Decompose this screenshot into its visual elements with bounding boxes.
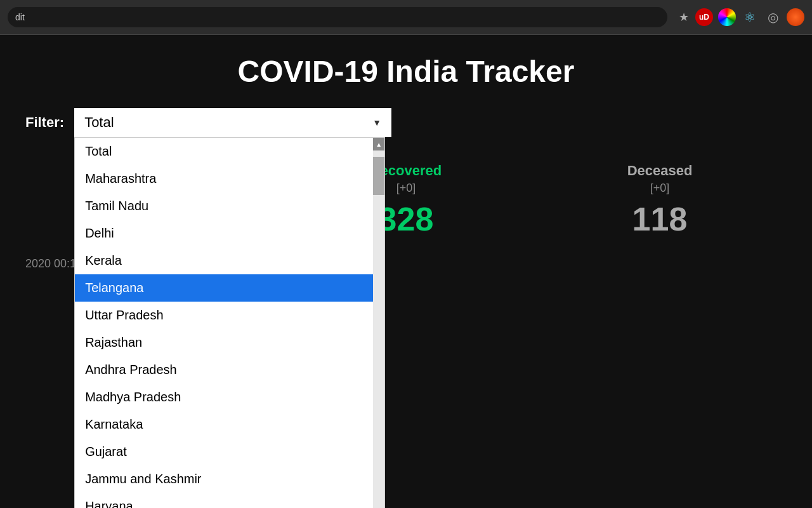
address-bar[interactable]: dit [8,7,667,27]
filter-select[interactable]: Total ▼ [74,108,391,137]
filter-select-wrapper: Total ▼ Total Maharashtra Tamil Nadu Del… [74,108,391,137]
list-item[interactable]: Jammu and Kashmir [75,465,373,493]
list-item[interactable]: Total [75,138,373,165]
list-item[interactable]: Kerala [75,247,373,274]
app-container: COVID-19 India Tracker Filter: Total ▼ T… [0,35,812,508]
extension-target[interactable]: ◎ [764,8,782,26]
app-title: COVID-19 India Tracker [0,54,812,89]
address-bar-text: dit [15,12,25,22]
app-header: COVID-19 India Tracker [0,35,812,102]
list-item[interactable]: Madhya Pradesh [75,384,373,411]
list-item[interactable]: Rajasthan [75,329,373,356]
list-item[interactable]: Karnataka [75,411,373,438]
list-item[interactable]: Haryana [75,493,373,508]
deceased-stat: Deceased [+0] 118 [533,156,787,244]
list-item[interactable]: Uttar Pradesh [75,302,373,329]
extension-color[interactable] [718,8,736,26]
extension-ud[interactable]: uD [695,8,713,26]
list-item[interactable]: Andhra Pradesh [75,356,373,384]
list-item[interactable]: Tamil Nadu [75,192,373,220]
list-item[interactable]: Gujarat [75,438,373,465]
dropdown-arrow-icon: ▼ [372,117,381,128]
extensions-bar: uD ⚛ ◎ [695,8,804,26]
scrollbar-track [373,150,384,508]
extension-react[interactable]: ⚛ [741,8,759,26]
list-item[interactable]: Maharashtra [75,165,373,192]
deceased-change: [+0] [539,182,780,195]
filter-label: Filter: [25,114,64,131]
list-item[interactable]: Delhi [75,220,373,247]
scrollbar-up-button[interactable]: ▲ [373,138,384,150]
scrollbar[interactable]: ▲ ▼ [373,138,384,508]
filter-section: Filter: Total ▼ Total Maharashtra Tamil … [0,102,812,144]
bookmark-icon[interactable]: ★ [679,10,689,24]
scrollbar-thumb[interactable] [373,157,384,195]
deceased-value: 118 [539,200,780,238]
dropdown-items: Total Maharashtra Tamil Nadu Delhi Keral… [75,138,373,508]
selected-option-text: Total [84,114,114,131]
list-item-selected[interactable]: Telangana [75,274,373,302]
deceased-label: Deceased [539,163,780,179]
extension-sun[interactable] [787,8,804,26]
browser-chrome: dit ★ uD ⚛ ◎ [0,0,812,35]
dropdown-list: Total Maharashtra Tamil Nadu Delhi Keral… [74,137,385,508]
